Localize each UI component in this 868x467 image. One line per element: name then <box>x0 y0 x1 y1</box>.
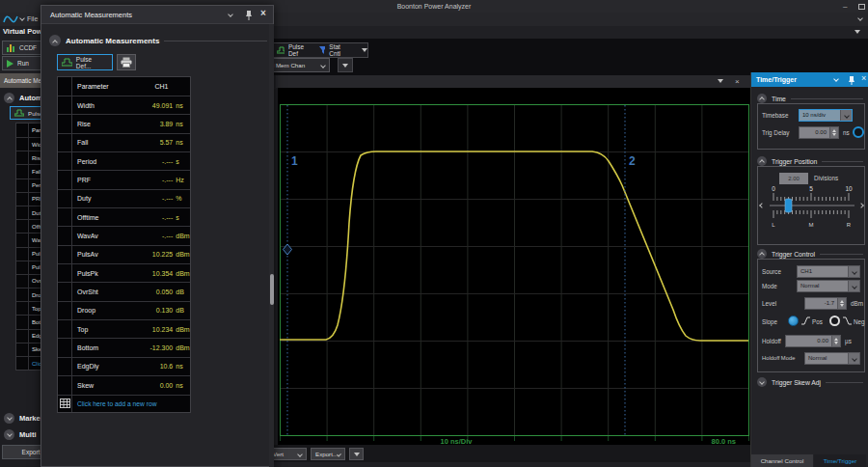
measurement-row[interactable]: Droop 0.130 dB <box>58 301 190 319</box>
holdoff-mode-dropdown[interactable]: Normal <box>804 352 860 365</box>
measurement-row[interactable]: EdgDly 10.6 ns <box>58 357 190 375</box>
panel-close-icon[interactable]: × <box>861 73 866 83</box>
measurement-row[interactable]: OvrSht 0.050 dB <box>58 282 190 300</box>
slope-pos-radio[interactable] <box>788 316 799 326</box>
collapse-circle-icon[interactable] <box>757 94 767 103</box>
print-button[interactable] <box>117 54 136 70</box>
source-dropdown[interactable]: CH1 <box>797 265 860 278</box>
panel-scrollbar[interactable] <box>269 24 274 467</box>
position-value-field[interactable]: 2.00 <box>779 173 808 184</box>
collapse-circle-icon[interactable] <box>757 156 767 166</box>
trigger-skew-label: Trigger Skew Adj <box>772 379 821 386</box>
graph-window-header[interactable]: × <box>276 75 750 88</box>
table-header: Parameter CH1 <box>58 77 190 96</box>
trig-delay-spinner[interactable]: 0.00 <box>799 126 839 139</box>
svg-text:10: 10 <box>845 185 853 192</box>
spinner-arrows-icon[interactable] <box>829 127 838 138</box>
scrollbar-thumb[interactable] <box>270 274 274 305</box>
time-section-header[interactable]: Time <box>757 94 863 103</box>
bottom-overflow-button[interactable] <box>349 448 364 460</box>
pulse-icon <box>14 109 24 117</box>
file-menu[interactable]: File <box>27 13 38 26</box>
measurement-row[interactable]: Fall 5.57 ns <box>58 133 190 151</box>
panel-close-icon[interactable]: × <box>260 8 266 18</box>
graph-close-icon[interactable]: × <box>735 75 740 88</box>
collapse-circle-icon[interactable] <box>4 413 14 424</box>
spinner-arrows-icon[interactable] <box>837 298 846 309</box>
measurement-row[interactable]: Bottom -12.300 dBm <box>58 338 190 356</box>
tab-time-trigger[interactable]: Time/Trigger <box>814 454 866 467</box>
measurement-row[interactable]: WavAv -.--- dBm <box>58 226 190 244</box>
row-icon-cell <box>58 96 72 114</box>
trigger-position-header[interactable]: Trigger Position <box>757 156 863 166</box>
tab-channel-control[interactable]: Channel Control <box>751 454 813 467</box>
toolbar-overflow-icon[interactable] <box>854 30 860 34</box>
minimize-button[interactable]: – <box>843 3 847 10</box>
collapse-circle-icon[interactable] <box>757 249 767 259</box>
time-trigger-header[interactable]: Time/Trigger × <box>751 72 868 87</box>
pin-icon[interactable] <box>245 10 253 20</box>
measurement-row[interactable]: Top 10.234 dBm <box>58 319 190 338</box>
delay-sync-icon[interactable] <box>853 126 864 138</box>
restore-button[interactable] <box>858 4 865 10</box>
level-unit: dBm <box>851 300 863 307</box>
measurement-row[interactable]: Duty -.--- % <box>58 189 190 207</box>
dropdown-triangle-icon <box>342 64 348 68</box>
parameter-name: Fall <box>72 139 132 146</box>
collapse-circle-icon[interactable] <box>49 35 61 46</box>
dropdown-chevron-icon <box>297 452 303 457</box>
slider-step-left-icon[interactable] <box>759 203 765 208</box>
measurement-row[interactable]: Offtime -.--- s <box>58 207 190 226</box>
parameter-unit: s <box>173 214 190 221</box>
toolbar-dropdown-icon[interactable] <box>362 48 367 52</box>
panel-section-header[interactable]: Automatic Measurements <box>49 35 267 46</box>
measurement-row[interactable]: PulsAv 10.225 dBm <box>58 245 190 263</box>
position-unit-label: Divisions <box>814 175 838 181</box>
row-icon-cell <box>58 376 72 394</box>
slider-step-right-icon[interactable] <box>858 203 864 208</box>
measurement-row[interactable]: PulsPk 10.354 dBm <box>58 263 190 282</box>
collapse-circle-icon[interactable] <box>4 429 14 440</box>
measurement-row[interactable]: Rise 3.89 ns <box>58 114 190 132</box>
parameter-name: Droop <box>72 307 132 314</box>
parameter-name: Skew <box>72 382 132 389</box>
recall-overflow-button[interactable] <box>338 58 353 72</box>
falling-edge-icon <box>843 316 852 325</box>
parameter-unit: dBm <box>173 270 190 277</box>
level-spinner[interactable]: -1.7 <box>804 297 847 310</box>
graph-menu-icon[interactable] <box>718 79 723 83</box>
mode-dropdown[interactable]: Normal <box>797 280 860 292</box>
trigger-control-header[interactable]: Trigger Control <box>757 249 863 259</box>
toolbar-pulse-def-button[interactable]: Pulse Def <box>288 43 310 57</box>
slope-neg-radio[interactable] <box>829 316 840 326</box>
timebase-dropdown[interactable]: 10 ns/div <box>799 109 853 122</box>
collapse-circle-icon[interactable] <box>4 93 14 103</box>
trigger-position-label: Trigger Position <box>772 158 817 165</box>
holdoff-spinner[interactable]: 0.00 <box>785 335 841 347</box>
trigger-control-label: Trigger Control <box>772 251 815 258</box>
measurement-row[interactable]: Width 49.091 ns <box>58 96 190 114</box>
dock-row-icon-cell <box>16 220 29 233</box>
add-row-button[interactable]: Click here to add a new row <box>58 395 190 412</box>
parameter-name: Rise <box>72 121 132 127</box>
spinner-arrows-icon[interactable] <box>831 336 840 346</box>
slope-pos-label: Pos <box>812 318 823 325</box>
panel-title: Automatic Measurements <box>50 6 132 24</box>
pulse-def-button[interactable]: Pulse Def... <box>57 54 113 70</box>
dropdown-chevron-icon <box>848 281 859 291</box>
panel-collapse-chevron-icon[interactable] <box>228 12 233 17</box>
pin-icon[interactable] <box>848 75 855 85</box>
panel-collapse-chevron-icon[interactable] <box>833 76 839 82</box>
export-dropdown[interactable]: Export... <box>311 448 345 460</box>
add-row-link[interactable]: Click here to add a new row <box>72 400 157 407</box>
panel-titlebar[interactable]: Automatic Measurements × <box>41 6 273 24</box>
measurement-row[interactable]: Skew 0.00 ns <box>58 375 190 394</box>
measurement-row[interactable]: Period -.--- s <box>58 151 190 170</box>
trigger-position-slider[interactable]: 0 5 10 L M R <box>766 184 858 231</box>
trigger-skew-header[interactable]: Trigger Skew Adj <box>757 377 863 387</box>
slider-handle[interactable] <box>785 199 792 212</box>
parameter-value: 49.091 <box>132 102 173 109</box>
measurement-row[interactable]: PRF -.--- Hz <box>58 170 190 188</box>
toolbar-stat-cntl-button[interactable]: Stat Cntl <box>329 43 348 57</box>
collapse-circle-icon[interactable] <box>757 377 767 387</box>
